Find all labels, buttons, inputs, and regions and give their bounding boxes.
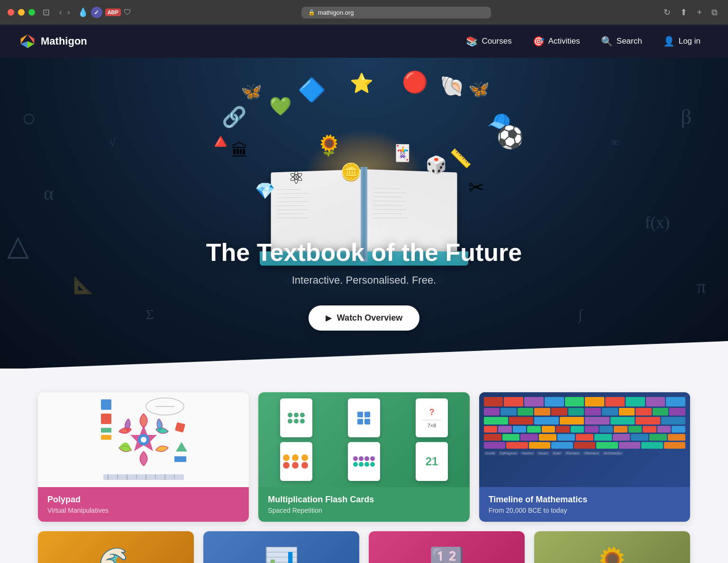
flash-card-3-num: ? <box>429 407 435 417</box>
card-bottom-1[interactable]: 🌊 <box>38 531 194 563</box>
card-bottom-3-content: 🔢 <box>369 531 525 563</box>
login-label: Log in <box>679 37 701 46</box>
card-multiplication-label: Multiplication Flash Cards Spaced Repeti… <box>258 487 469 522</box>
float-scissors: ✂ <box>468 176 484 198</box>
float-molecule: ⚛ <box>288 167 304 188</box>
reload-button[interactable]: ↻ <box>661 5 673 19</box>
float-red-cone: 🔺 <box>208 129 234 154</box>
hero-section: ○ α 📐 △ β f(x) π Σ ∫ √ ∞ ───────────────… <box>0 58 728 369</box>
card-bottom-3[interactable]: 🔢 <box>369 531 525 563</box>
book-left-text: ────────────────────────────────────────… <box>271 179 362 227</box>
flash-card-5-content <box>351 454 377 469</box>
search-icon: 🔍 <box>601 36 613 47</box>
flash-card-4 <box>280 442 312 481</box>
float-dice: 🎲 <box>426 155 447 175</box>
shield-extension-icon[interactable]: 🛡 <box>124 8 131 17</box>
flash-card-3-label: 7×8 <box>428 423 437 428</box>
lock-icon: 🔒 <box>308 9 315 16</box>
droplet-extension-icon[interactable]: 💧 <box>78 7 88 18</box>
svg-rect-14 <box>175 422 185 433</box>
float-shape-red: 🔴 <box>402 70 428 94</box>
timeline-grid-5 <box>484 434 685 441</box>
float-cards: 🃏 <box>392 143 412 162</box>
watch-overview-button[interactable]: ▶ Watch Overview <box>309 305 419 331</box>
timeline-grid-6 <box>484 442 685 449</box>
courses-icon: 📚 <box>466 36 478 47</box>
svg-marker-15 <box>176 442 187 452</box>
nav-courses[interactable]: 📚 Courses <box>457 32 520 51</box>
pocket-extension-icon[interactable]: ✓ <box>91 7 102 18</box>
search-label: Search <box>617 37 642 46</box>
user-icon: 👤 <box>663 36 675 47</box>
svg-rect-9 <box>101 428 111 433</box>
card-multiplication-subtitle: Spaced Repetition <box>268 507 460 514</box>
address-bar[interactable]: 🔒 mathigon.org <box>301 7 491 18</box>
polypad-svg <box>96 395 191 485</box>
maximize-button[interactable] <box>28 9 35 16</box>
tabs-overview-button[interactable]: ⧉ <box>709 6 720 19</box>
timeline-illustration: Euclid Pythagoras Newton Gauss Euler Rie… <box>479 392 690 487</box>
float-blue-cylinder: 🏛 <box>231 141 248 161</box>
card-bottom-1-icon: 🌊 <box>98 545 134 563</box>
card-bottom-2-content: 📊 <box>203 531 359 563</box>
float-butterfly-orange: 🦋 <box>241 82 262 102</box>
hero-illustration: ────────────────────────────────────────… <box>198 67 530 267</box>
forward-button[interactable]: › <box>65 6 72 18</box>
nav-logo[interactable]: Mathigon <box>19 33 457 50</box>
float-shell: 🐚 <box>440 74 464 98</box>
flash-card-1 <box>280 398 312 437</box>
svg-rect-10 <box>101 435 111 440</box>
card-bottom-2[interactable]: 📊 <box>203 531 359 563</box>
svg-rect-7 <box>101 399 111 410</box>
float-teal-knot: 🔗 <box>222 105 246 129</box>
logo-text: Mathigon <box>41 35 87 47</box>
flash-card-2-content <box>355 409 373 427</box>
float-sunflower: 🌻 <box>317 134 341 157</box>
float-ruler: 📏 <box>449 148 472 169</box>
svg-rect-16 <box>174 456 186 462</box>
website-content: Mathigon 📚 Courses 🎯 Activities 🔍 Search… <box>0 25 728 563</box>
card-multiplication[interactable]: ? 7×8 <box>258 392 469 522</box>
svg-marker-4 <box>0 341 728 369</box>
extension-icons: 💧 ✓ ABP 🛡 <box>78 7 131 18</box>
new-tab-button[interactable]: + <box>694 6 705 19</box>
flash-card-3: ? 7×8 <box>416 398 448 437</box>
card-polypad-title: Polypad <box>47 495 239 505</box>
svg-rect-8 <box>101 414 111 424</box>
hero-title: The Textbook of the Future <box>206 238 522 267</box>
float-soccer-ball: ⚽ <box>497 124 524 150</box>
card-bottom-4-icon: 🌻 <box>594 545 630 563</box>
card-bottom-4-content: 🌻 <box>534 531 690 563</box>
browser-actions: ↻ ⬆ + ⧉ <box>661 5 720 19</box>
card-bottom-3-icon: 🔢 <box>429 545 464 563</box>
abp-extension-icon[interactable]: ABP <box>105 9 121 16</box>
card-bottom-4[interactable]: 🌻 <box>534 531 690 563</box>
close-button[interactable] <box>8 9 14 16</box>
back-button[interactable]: ‹ <box>57 6 64 18</box>
flash-card-6: 21 <box>416 442 448 481</box>
sidebar-toggle-button[interactable]: ⊡ <box>41 5 52 19</box>
polypad-illustration <box>38 392 249 487</box>
nav-login[interactable]: 👤 Log in <box>655 32 709 51</box>
nav-activities[interactable]: 🎯 Activities <box>524 32 589 51</box>
minimize-button[interactable] <box>18 9 25 16</box>
card-polypad[interactable]: Polypad Virtual Manipulatives <box>38 392 249 522</box>
card-multiplication-title: Multiplication Flash Cards <box>268 495 460 505</box>
timeline-grid-4 <box>484 426 685 433</box>
card-polypad-image <box>38 392 249 487</box>
card-bottom-2-icon: 📊 <box>264 545 299 563</box>
activities-icon: 🎯 <box>533 36 545 47</box>
card-timeline[interactable]: Euclid Pythagoras Newton Gauss Euler Rie… <box>479 392 690 522</box>
cards-section: Polypad Virtual Manipulatives <box>0 369 728 563</box>
cards-grid-main: Polypad Virtual Manipulatives <box>38 392 690 522</box>
flash-card-6-answer: 21 <box>426 455 438 468</box>
card-bottom-1-content: 🌊 <box>38 531 194 563</box>
share-button[interactable]: ⬆ <box>677 5 690 19</box>
navbar: Mathigon 📚 Courses 🎯 Activities 🔍 Search… <box>0 25 728 58</box>
card-timeline-label: Timeline of Mathematics From 20,000 BCE … <box>479 487 690 522</box>
flash-card-1-content <box>285 410 308 426</box>
nav-search[interactable]: 🔍 Search <box>592 32 651 51</box>
hero-content: The Textbook of the Future Interactive. … <box>206 238 522 331</box>
traffic-lights <box>8 9 35 16</box>
float-pink-gem: 💎 <box>255 181 275 200</box>
